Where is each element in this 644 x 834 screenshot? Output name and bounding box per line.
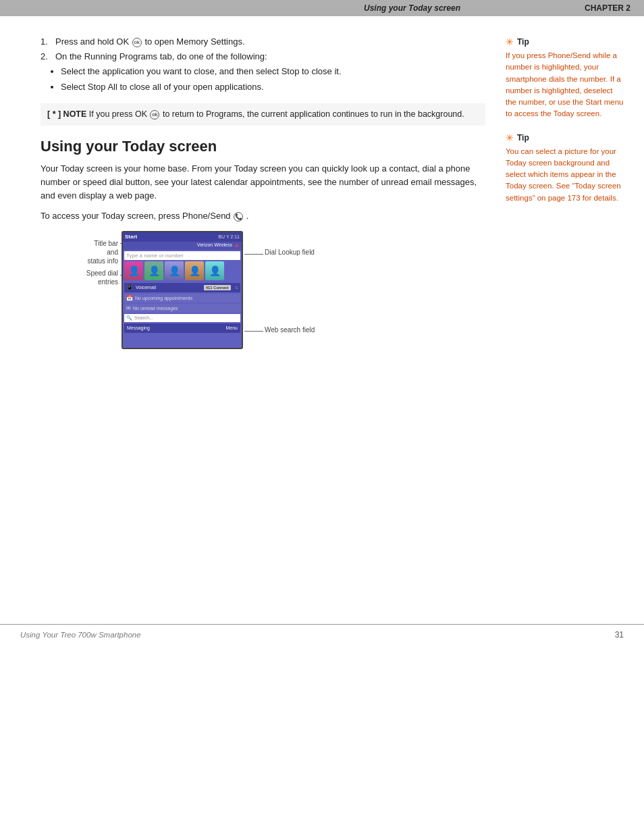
phone-web-row: 🔍 Search... — [124, 314, 240, 322]
header-section-title: Using your Today screen — [275, 3, 549, 13]
phone-start-label: Start — [125, 234, 137, 240]
tip-1-box: ✳ Tip If you press Phone/Send while a nu… — [506, 36, 624, 120]
line-dial-lookup — [244, 254, 263, 255]
phone-web-text: Search... — [134, 315, 153, 320]
phone-close-icon: ✕ — [234, 242, 240, 249]
label-web-search: Web search field — [265, 326, 315, 334]
phone-send-icon: 📞 — [234, 212, 243, 221]
phone-status-icons: BU Y 2:11 — [218, 234, 240, 239]
tip-2-box: ✳ Tip You can select a picture for your … — [506, 132, 624, 204]
access-text: To access your Today screen, press Phone… — [41, 211, 485, 221]
bullet-list: Select the application you want to close… — [61, 66, 485, 95]
content-area: 1. Press and hold OK ok to open Memory S… — [0, 16, 644, 380]
step-1: 1. Press and hold OK ok to open Memory S… — [41, 36, 485, 47]
footer: Using Your Treo 700w Smartphone 31 — [0, 624, 644, 645]
phone-search-bar: Type a name or number — [124, 251, 240, 260]
phone-bottom-left: Messaging — [127, 325, 150, 330]
tip-1-header: ✳ Tip — [506, 36, 624, 47]
label-title-bar: Title bar and status info — [81, 239, 118, 265]
contact-thumb-3: 👤 — [165, 261, 184, 280]
right-column: ✳ Tip If you press Phone/Send while a nu… — [506, 36, 624, 366]
ok-icon-1: ok — [132, 38, 142, 47]
note-label: [ * ] NOTE — [47, 109, 86, 119]
phone-title-bar: Start BU Y 2:11 — [123, 232, 242, 242]
header-chapter: CHAPTER 2 — [549, 3, 630, 13]
left-column: 1. Press and hold OK ok to open Memory S… — [41, 36, 485, 366]
step-2: 2. On the Running Programs tab, do one o… — [41, 51, 485, 61]
phone-appt-text: No upcoming appointments — [135, 296, 192, 301]
phone-msg-row: ✉ No unread messages — [124, 304, 240, 313]
header-bar: Using your Today screen CHAPTER 2 — [0, 0, 644, 16]
line-web-search — [244, 331, 263, 332]
label-speed-dial: Speed dial entries — [81, 269, 118, 286]
body-text-1: Your Today screen is your home base. Fro… — [41, 162, 485, 203]
phone-carrier: Verizon Wireless — [197, 242, 232, 249]
step-1-text: Press and hold OK ok to open Memory Sett… — [55, 36, 245, 47]
note-box: [ * ] NOTE If you press OK ok to return … — [41, 103, 485, 126]
tip-2-text: You can select a picture for your Today … — [506, 146, 624, 204]
bullet-1: Select the application you want to close… — [61, 66, 485, 78]
phone-appt-row: 📅 No upcoming appointments — [124, 294, 240, 303]
label-dial-lookup: Dial Lookup field — [265, 249, 315, 256]
phone-connect-btn: 411 Connect — [204, 285, 231, 290]
contact-thumb-4: 👤 — [185, 261, 204, 280]
phone-settings-row: Verizon Wireless ✕ — [123, 242, 242, 250]
tip-1-star: ✳ — [506, 36, 514, 47]
tip-2-label: Tip — [517, 133, 529, 142]
ok-icon-2: ok — [150, 110, 159, 120]
step-2-text: On the Running Programs tab, do one of t… — [55, 51, 267, 61]
tip-2-star: ✳ — [506, 132, 514, 143]
numbered-list: 1. Press and hold OK ok to open Memory S… — [41, 36, 485, 94]
footer-left: Using Your Treo 700w Smartphone — [20, 631, 141, 639]
bullet-2: Select Stop All to close all of your ope… — [61, 81, 485, 94]
tip-2-header: ✳ Tip — [506, 132, 624, 143]
phone-voicemail-label: Voicemail — [136, 285, 156, 290]
contact-thumb-1: 👤 — [124, 261, 143, 280]
note-text: If you press OK ok to return to Programs… — [89, 109, 464, 119]
tip-1-text: If you press Phone/Send while a number i… — [506, 50, 624, 120]
phone-voicemail-row: 📱 Voicemail 411 Connect C — [124, 283, 240, 292]
tip-1-label: Tip — [517, 37, 529, 47]
phone-msg-text: No unread messages — [133, 306, 178, 311]
section-heading: Using your Today screen — [41, 138, 485, 155]
phone-screen: Start BU Y 2:11 Verizon Wireless ✕ Type … — [122, 231, 243, 349]
step-1-number: 1. — [41, 36, 51, 47]
phone-contacts-row: 👤 👤 👤 👤 👤 — [124, 261, 240, 282]
phone-bottom-right: Menu — [225, 325, 238, 330]
contact-thumb-5: 👤 — [205, 261, 224, 280]
step-2-number: 2. — [41, 51, 51, 61]
phone-search-placeholder: Type a name or number — [126, 253, 184, 259]
contact-thumb-2: 👤 — [144, 261, 163, 280]
phone-bottom-bar: Messaging Menu — [124, 323, 240, 333]
phone-diagram: Title bar and status info Speed dial ent… — [81, 231, 324, 366]
footer-right: 31 — [615, 630, 624, 640]
